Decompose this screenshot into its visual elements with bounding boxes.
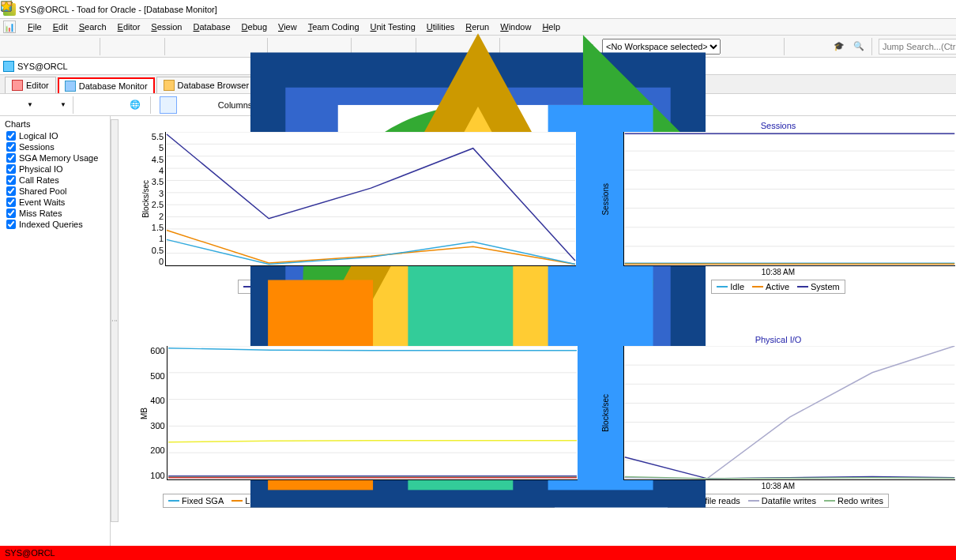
monitor-toolbar: ▼ ▼ ! 🌐 Columns: ▲▼ Rows: ▲▼ <box>0 94 956 116</box>
chart-settings-button[interactable] <box>160 96 177 114</box>
plot-area <box>623 346 955 480</box>
y-axis-label: MB <box>140 408 149 419</box>
plot-area <box>165 132 576 266</box>
plot-area <box>167 346 578 480</box>
y-axis-label: Blocks/sec <box>141 180 150 218</box>
y-axis-label: Sessions <box>601 183 610 216</box>
y-axis-label: Blocks/sec <box>601 394 610 432</box>
plot-area <box>623 132 955 266</box>
